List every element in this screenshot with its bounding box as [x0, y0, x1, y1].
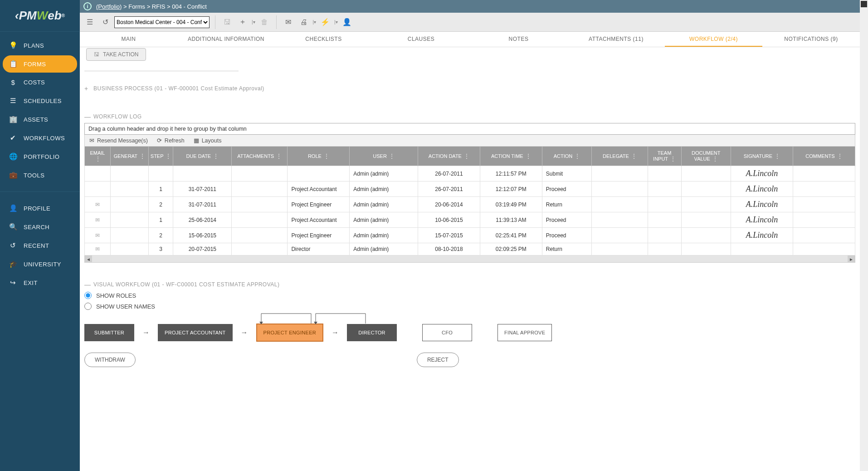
- col-action-time[interactable]: ACTION TIME ⋮: [480, 147, 542, 166]
- delete-icon[interactable]: 🗑: [258, 16, 271, 29]
- sidebar-item-recent[interactable]: ↺RECENT: [3, 237, 77, 254]
- column-menu-icon[interactable]: ⋮: [166, 153, 171, 159]
- user-icon[interactable]: 👤: [341, 16, 353, 29]
- column-menu-icon[interactable]: ⋮: [389, 153, 395, 159]
- bolt-icon[interactable]: ⚡: [319, 16, 332, 29]
- horizontal-scrollbar[interactable]: ◄ ►: [84, 255, 855, 263]
- column-menu-icon[interactable]: ⋮: [464, 153, 469, 159]
- col-generat[interactable]: GENERAT ⋮: [110, 147, 148, 166]
- col-delegate[interactable]: DELEGATE ⋮: [592, 147, 648, 166]
- wf-node-submitter[interactable]: SUBMITTER: [84, 324, 134, 341]
- sidebar-item-search[interactable]: 🔍SEARCH: [3, 218, 77, 236]
- column-menu-icon[interactable]: ⋮: [837, 153, 843, 159]
- col-user[interactable]: USER ⋮: [350, 147, 418, 166]
- column-menu-icon[interactable]: ⋮: [575, 153, 580, 159]
- sidebar-item-forms[interactable]: 📋FORMS: [3, 55, 77, 73]
- table-row[interactable]: ✉125-06-2014Project AccountantAdmin (adm…: [85, 212, 855, 228]
- refresh-button[interactable]: ⟳Refresh: [157, 137, 185, 144]
- scroll-right-icon[interactable]: ►: [848, 255, 855, 263]
- layouts-button[interactable]: ▦Layouts: [194, 137, 222, 144]
- mail-icon[interactable]: ✉: [95, 217, 100, 223]
- mail-icon[interactable]: ✉: [95, 201, 100, 208]
- cell: [793, 197, 855, 212]
- list-icon[interactable]: ☰: [83, 16, 96, 29]
- expand-icon[interactable]: +: [84, 85, 91, 92]
- project-selector[interactable]: Boston Medical Center - 004 - Confl: [114, 16, 210, 28]
- group-by-bar[interactable]: Drag a column header and drop it here to…: [84, 123, 855, 135]
- tab-checklists[interactable]: CHECKLISTS: [275, 32, 372, 47]
- column-menu-icon[interactable]: ⋮: [213, 153, 219, 159]
- tab-attachments-11-[interactable]: ATTACHMENTS (11): [567, 32, 665, 47]
- history-icon[interactable]: ↺: [99, 16, 112, 29]
- tab-main[interactable]: MAIN: [80, 32, 177, 47]
- column-menu-icon[interactable]: ⋮: [95, 156, 101, 162]
- sidebar-item-exit[interactable]: ↪EXIT: [3, 274, 77, 291]
- show-roles-radio[interactable]: [84, 292, 92, 299]
- take-action-button[interactable]: TAKE ACTION: [86, 48, 146, 61]
- tab-workflow-2-4-[interactable]: WORKFLOW (2/4): [665, 32, 762, 47]
- tab-clauses[interactable]: CLAUSES: [372, 32, 470, 47]
- print-icon[interactable]: 🖨: [297, 16, 310, 29]
- sidebar-item-costs[interactable]: $COSTS: [3, 74, 77, 91]
- wf-node-engineer[interactable]: PROJECT ENGINEER: [256, 324, 323, 342]
- workflow-log-section[interactable]: — WORKFLOW LOG: [84, 113, 855, 120]
- col-team-input[interactable]: TEAM INPUT ⋮: [648, 147, 681, 166]
- vertical-scrollbar[interactable]: [860, 0, 868, 471]
- add-icon[interactable]: ＋: [236, 16, 249, 29]
- column-menu-icon[interactable]: ⋮: [712, 156, 718, 162]
- sidebar-item-workflows[interactable]: ✔WORKFLOWS: [3, 129, 77, 147]
- table-row[interactable]: ✉320-07-2015DirectorAdmin (admin)08-10-2…: [85, 243, 855, 255]
- tab-additional-information[interactable]: ADDITIONAL INFORMATION: [177, 32, 275, 47]
- mail-icon[interactable]: ✉: [95, 232, 100, 239]
- column-menu-icon[interactable]: ⋮: [324, 153, 329, 159]
- column-menu-icon[interactable]: ⋮: [276, 153, 282, 159]
- reject-button[interactable]: REJECT: [417, 353, 459, 367]
- col-attachments[interactable]: ATTACHMENTS ⋮: [232, 147, 288, 166]
- col-comments[interactable]: COMMENTS ⋮: [793, 147, 855, 166]
- column-menu-icon[interactable]: ⋮: [140, 153, 145, 159]
- table-row[interactable]: ✉215-06-2015Project EngineerAdmin (admin…: [85, 228, 855, 243]
- email-icon[interactable]: ✉: [282, 16, 295, 29]
- column-menu-icon[interactable]: ⋮: [631, 153, 637, 159]
- col-document-value[interactable]: DOCUMENT VALUE ⋮: [681, 147, 731, 166]
- save-icon[interactable]: 🖫: [221, 16, 234, 29]
- sidebar-item-profile[interactable]: 👤PROFILE: [3, 200, 77, 217]
- tab-notifications-9-[interactable]: NOTIFICATIONS (9): [762, 32, 860, 47]
- sidebar-item-assets[interactable]: 🏢ASSETS: [3, 111, 77, 128]
- mail-icon[interactable]: ✉: [95, 246, 100, 252]
- wf-node-director[interactable]: DIRECTOR: [347, 324, 397, 341]
- table-row[interactable]: ✉231-07-2011Project EngineerAdmin (admin…: [85, 197, 855, 212]
- col-step[interactable]: STEP ⋮: [148, 147, 173, 166]
- business-process-section[interactable]: + BUSINESS PROCESS (01 - WF-000001 Cost …: [84, 85, 855, 92]
- table-row[interactable]: 131-07-2011Project AccountantAdmin (admi…: [85, 182, 855, 197]
- collapse-icon[interactable]: —: [84, 113, 91, 120]
- withdraw-button[interactable]: WITHDRAW: [84, 353, 136, 367]
- sidebar-item-tools[interactable]: 💼TOOLS: [3, 167, 77, 184]
- visual-workflow-section[interactable]: — VISUAL WORKFLOW (01 - WF-C00001 COST E…: [84, 281, 855, 288]
- table-row[interactable]: Admin (admin)26-07-201112:11:57 PMSubmit…: [85, 166, 855, 182]
- info-icon[interactable]: i: [83, 2, 92, 10]
- scroll-left-icon[interactable]: ◄: [85, 255, 92, 263]
- column-menu-icon[interactable]: ⋮: [526, 153, 531, 159]
- show-users-radio[interactable]: [84, 303, 92, 310]
- column-menu-icon[interactable]: ⋮: [775, 153, 780, 159]
- sidebar-item-schedules[interactable]: ☰SCHEDULES: [3, 92, 77, 109]
- tab-notes[interactable]: NOTES: [470, 32, 567, 47]
- wf-node-cfo[interactable]: CFO: [422, 324, 472, 341]
- col-action[interactable]: ACTION ⋮: [542, 147, 592, 166]
- resend-button[interactable]: ✉Resend Message(s): [89, 137, 148, 144]
- sidebar-item-university[interactable]: 🎓UNIVERSITY: [3, 255, 77, 273]
- col-signature[interactable]: SIGNATURE ⋮: [731, 147, 793, 166]
- breadcrumb-root[interactable]: (Portfolio): [96, 3, 122, 10]
- sidebar-item-plans[interactable]: 💡PLANS: [3, 37, 77, 54]
- col-email[interactable]: EMAIL ⋮: [85, 147, 111, 166]
- sidebar-item-portfolio[interactable]: 🌐PORTFOLIO: [3, 148, 77, 165]
- column-menu-icon[interactable]: ⋮: [670, 156, 676, 162]
- wf-node-accountant[interactable]: PROJECT ACCOUNTANT: [158, 324, 233, 341]
- collapse-icon[interactable]: —: [84, 281, 91, 288]
- col-due-date[interactable]: DUE DATE ⋮: [173, 147, 232, 166]
- col-action-date[interactable]: ACTION DATE ⋮: [418, 147, 480, 166]
- col-role[interactable]: ROLE ⋮: [288, 147, 350, 166]
- cell: 12:12:07 PM: [480, 182, 542, 197]
- wf-node-final[interactable]: FINAL APPROVE: [497, 324, 552, 341]
